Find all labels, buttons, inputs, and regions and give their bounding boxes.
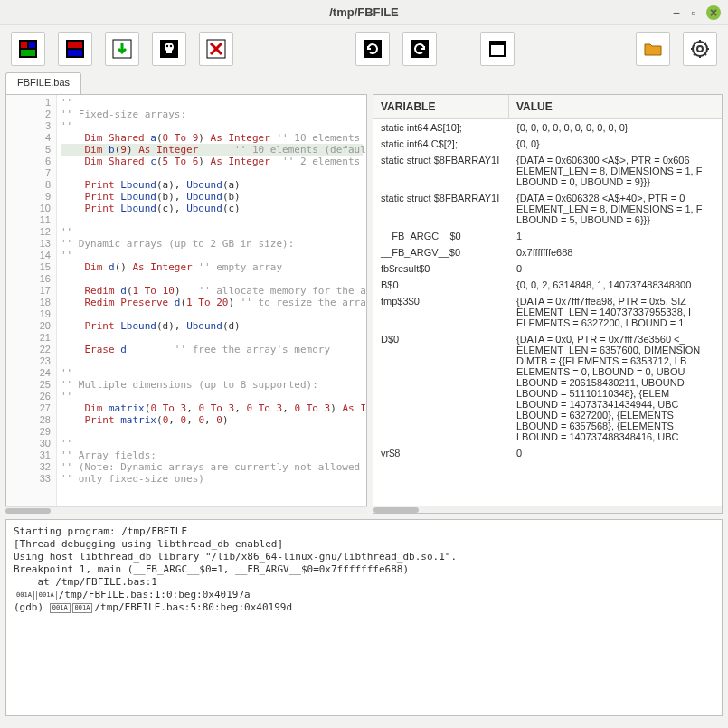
variables-panel: VARIABLE VALUE static int64 A$[10];{0, 0…: [373, 94, 723, 514]
code-line[interactable]: [61, 426, 363, 438]
code-line[interactable]: '' (Note: Dynamic arrays are currently n…: [61, 461, 363, 473]
code-line[interactable]: '' only fixed-size ones): [61, 473, 363, 485]
refresh-a-button[interactable]: [355, 32, 390, 66]
code-line[interactable]: Redim Preserve d(1 To 20) '' to resize t…: [61, 297, 363, 308]
variable-row[interactable]: D$0{DATA = 0x0, PTR = 0x7fff73e3560 <_ E…: [373, 331, 722, 445]
code-line[interactable]: [61, 355, 363, 367]
code-line[interactable]: Print matrix(0, 0, 0, 0): [61, 414, 363, 426]
variable-row[interactable]: static int64 C$[2];{0, 0}: [373, 136, 722, 152]
line-number: 21: [6, 332, 51, 344]
code-line[interactable]: [61, 167, 363, 179]
code-line[interactable]: [61, 214, 363, 226]
line-number: 9: [6, 191, 51, 203]
code-line[interactable]: [61, 308, 363, 320]
line-number: 24: [6, 367, 51, 379]
variable-row[interactable]: static struct $8FBARRAY1I{DATA = 0x60630…: [373, 152, 722, 190]
variable-row[interactable]: fb$result$00: [373, 260, 722, 277]
maximize-icon[interactable]: ▫: [691, 5, 695, 20]
line-number: 11: [6, 214, 51, 226]
code-line[interactable]: '': [61, 438, 363, 449]
variable-name: fb$result$0: [373, 263, 509, 274]
code-line[interactable]: '': [61, 250, 363, 261]
code-line[interactable]: Dim matrix(0 To 3, 0 To 3, 0 To 3, 0 To …: [61, 402, 363, 414]
code-line[interactable]: '': [61, 97, 363, 109]
code-line[interactable]: '' Dynamic arrays (up to 2 GB in size):: [61, 238, 363, 250]
code-line[interactable]: Redim d(1 To 10) '' allocate memory for …: [61, 285, 363, 297]
code-line[interactable]: Dim b(9) As Integer '' 10 elements (defa…: [61, 144, 363, 156]
address-badge: 001A: [50, 603, 71, 613]
tool-button-1[interactable]: [11, 32, 45, 66]
svg-rect-2: [29, 42, 35, 48]
variable-value: 0x7fffffffe688: [509, 247, 722, 258]
code-line[interactable]: '': [61, 391, 363, 402]
debug-console[interactable]: Starting program: /tmp/FBFILE[Thread deb…: [5, 519, 723, 716]
code-line[interactable]: '': [61, 120, 363, 132]
variable-name: tmp$3$0: [373, 296, 509, 328]
code-line[interactable]: [61, 332, 363, 344]
line-number: 17: [6, 285, 51, 297]
variable-row[interactable]: static int64 A$[10];{0, 0, 0, 0, 0, 0, 0…: [373, 119, 722, 136]
svg-line-27: [694, 53, 695, 55]
svg-rect-18: [491, 43, 504, 45]
variable-name: static struct $8FBARRAY1I: [373, 193, 509, 225]
code-line[interactable]: [61, 273, 363, 285]
skull-button[interactable]: [152, 32, 186, 66]
column-variable-header[interactable]: VARIABLE: [373, 95, 509, 118]
open-folder-button[interactable]: [636, 32, 670, 66]
variable-row[interactable]: tmp$3$0{DATA = 0x7fff7ffea98, PTR = 0x5,…: [373, 293, 722, 331]
code-line[interactable]: Print Lbound(c), Ubound(c): [61, 203, 363, 214]
line-number: 26: [6, 391, 51, 402]
variable-value: {DATA = 0x606300 <A$>, PTR = 0x606 ELEME…: [509, 155, 722, 187]
code-line[interactable]: Dim Shared c(5 To 6) As Integer '' 2 ele…: [61, 156, 363, 167]
code-line[interactable]: Erase d '' free the array's memory: [61, 344, 363, 355]
code-line[interactable]: Print Lbound(d), Ubound(d): [61, 320, 363, 332]
code-line[interactable]: Dim d() As Integer '' empty array: [61, 261, 363, 273]
svg-rect-15: [411, 40, 429, 58]
code-h-scrollbar[interactable]: [5, 506, 367, 514]
terminal-button[interactable]: [480, 32, 515, 66]
step-into-button[interactable]: [105, 32, 139, 66]
variable-value: {0, 0}: [509, 138, 722, 149]
vars-h-scrollbar[interactable]: [373, 506, 722, 513]
file-tab[interactable]: FBFILE.bas: [5, 72, 81, 94]
code-editor[interactable]: 1234567891011121314151617181920212223242…: [5, 94, 367, 506]
toolbar: [0, 25, 728, 72]
minimize-icon[interactable]: −: [673, 5, 680, 20]
refresh-b-button[interactable]: [402, 32, 437, 66]
variable-row[interactable]: vr$80: [373, 445, 722, 461]
code-panel: FBFILE.bas 12345678910111213141516171819…: [5, 72, 367, 514]
line-number: 10: [6, 203, 51, 214]
line-number: 2: [6, 109, 51, 120]
variable-row[interactable]: static struct $8FBARRAY1I{DATA = 0x60632…: [373, 190, 722, 228]
code-line[interactable]: '': [61, 367, 363, 379]
svg-point-20: [697, 46, 703, 52]
code-line[interactable]: '' Fixed-size arrays:: [61, 109, 363, 120]
variable-row[interactable]: __FB_ARGV__$00x7fffffffe688: [373, 244, 722, 260]
line-number: 23: [6, 355, 51, 367]
tool-button-2[interactable]: [58, 32, 92, 66]
line-number: 29: [6, 426, 51, 438]
variable-name: static int64 A$[10];: [373, 122, 509, 133]
variable-row[interactable]: __FB_ARGC__$01: [373, 228, 722, 244]
close-icon[interactable]: ×: [706, 5, 721, 20]
svg-line-26: [704, 53, 706, 55]
cancel-button[interactable]: [199, 32, 233, 66]
variable-row[interactable]: B$0{0, 0, 2, 6314848, 1, 140737488348800: [373, 277, 722, 293]
code-line[interactable]: '': [61, 226, 363, 238]
line-number: 31: [6, 449, 51, 461]
code-line[interactable]: Print Lbound(b), Ubound(b): [61, 191, 363, 203]
column-value-header[interactable]: VALUE: [509, 95, 722, 118]
line-number: 14: [6, 250, 51, 261]
line-number: 19: [6, 308, 51, 320]
code-line[interactable]: Print Lbound(a), Ubound(a): [61, 179, 363, 191]
code-line[interactable]: '' Array fields:: [61, 449, 363, 461]
code-line[interactable]: '' Multiple dimensions (up to 8 supporte…: [61, 379, 363, 391]
line-number: 22: [6, 344, 51, 355]
settings-button[interactable]: [683, 32, 717, 66]
code-line[interactable]: Dim Shared a(0 To 9) As Integer '' 10 el…: [61, 132, 363, 144]
variable-name: vr$8: [373, 448, 509, 459]
line-number: 7: [6, 167, 51, 179]
window-title: /tmp/FBFILE: [329, 5, 399, 19]
line-number: 5: [6, 144, 51, 156]
line-number: 28: [6, 414, 51, 426]
